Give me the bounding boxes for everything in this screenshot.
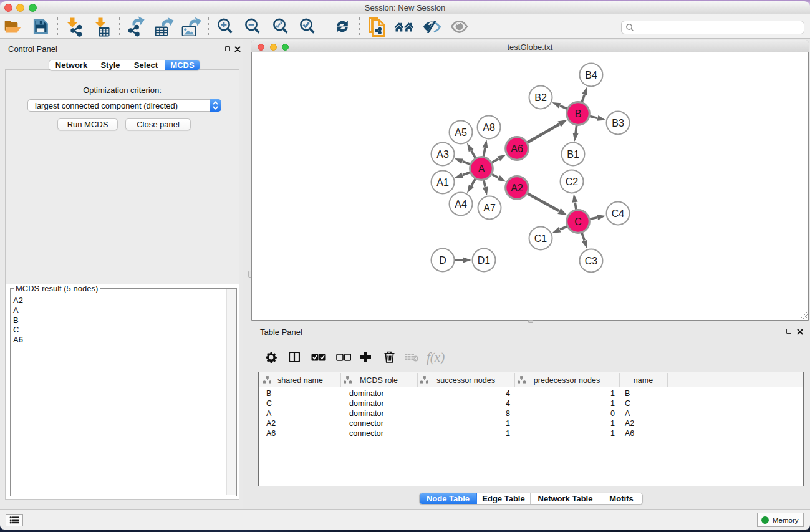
- svg-text:C3: C3: [585, 256, 598, 266]
- svg-text:C: C: [574, 216, 582, 227]
- svg-text:B2: B2: [534, 92, 547, 103]
- svg-text:A8: A8: [483, 122, 495, 133]
- svg-text:C1: C1: [534, 233, 547, 244]
- svg-text:A6: A6: [511, 143, 523, 154]
- svg-text:A5: A5: [455, 127, 467, 138]
- svg-text:A4: A4: [455, 199, 467, 210]
- svg-text:C4: C4: [612, 208, 625, 219]
- svg-text:D: D: [439, 255, 446, 266]
- svg-text:B: B: [575, 109, 582, 119]
- svg-text:D1: D1: [478, 255, 491, 266]
- svg-text:B3: B3: [612, 118, 624, 128]
- svg-text:A2: A2: [511, 183, 523, 193]
- svg-text:A3: A3: [436, 149, 449, 160]
- svg-text:A7: A7: [483, 203, 496, 213]
- svg-text:B4: B4: [585, 70, 597, 80]
- svg-text:A1: A1: [436, 177, 449, 188]
- svg-text:C2: C2: [566, 177, 579, 187]
- svg-text:B1: B1: [567, 149, 579, 160]
- svg-text:A: A: [478, 163, 485, 174]
